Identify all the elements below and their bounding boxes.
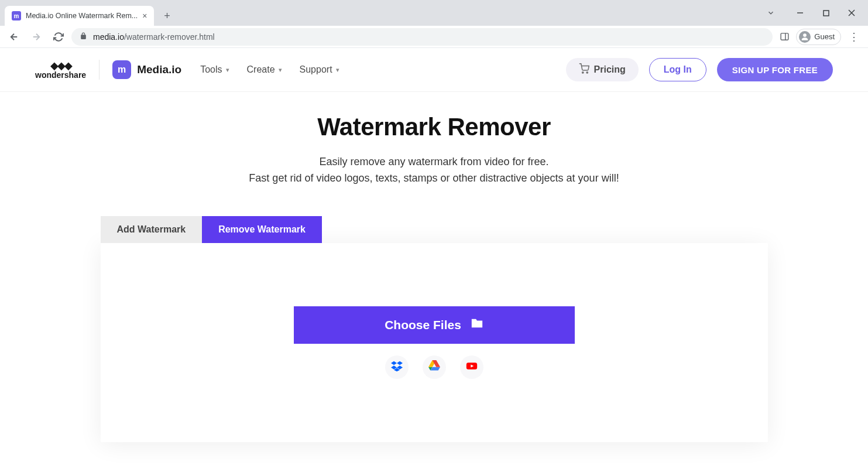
choose-files-label: Choose Files — [385, 318, 461, 332]
chevron-down-icon: ▾ — [279, 66, 282, 74]
tool-area: Add Watermark Remove Watermark Choose Fi… — [101, 216, 768, 442]
tab-add-label: Add Watermark — [117, 224, 186, 235]
close-window-icon[interactable] — [840, 4, 863, 22]
browser-tab[interactable]: m Media.io Online Watermark Rem... × — [5, 6, 154, 26]
nav-create-label: Create — [247, 64, 275, 75]
avatar-icon — [799, 31, 811, 43]
tab-strip: m Media.io Online Watermark Rem... × + — [0, 0, 868, 26]
wondershare-logo[interactable]: ◆◆◆ wondershare — [35, 60, 86, 79]
source-youtube[interactable] — [460, 355, 483, 379]
login-button[interactable]: Log In — [649, 58, 706, 81]
tab-remove-watermark[interactable]: Remove Watermark — [202, 216, 322, 243]
wondershare-mark-icon: ◆◆◆ — [50, 60, 71, 71]
nav-tools[interactable]: Tools ▾ — [200, 64, 229, 75]
nav-create[interactable]: Create ▾ — [247, 64, 282, 75]
folder-icon — [471, 317, 483, 333]
address-bar[interactable]: media.io/watermark-remover.html — [71, 28, 773, 46]
youtube-icon — [466, 360, 478, 374]
mediaio-text: Media.io — [137, 63, 181, 76]
minimize-icon[interactable] — [788, 4, 812, 22]
browser-toolbar: media.io/watermark-remover.html Guest ⋮ — [0, 26, 868, 48]
lock-icon — [80, 32, 87, 42]
page-subtitle: Easily remove any watermark from video f… — [0, 154, 868, 187]
url-domain: media.io — [93, 32, 124, 42]
signup-label: SIGN UP FOR FREE — [732, 65, 818, 75]
dropbox-icon — [391, 360, 403, 374]
tool-tabs: Add Watermark Remove Watermark — [101, 216, 768, 243]
source-options — [385, 355, 483, 379]
pricing-label: Pricing — [594, 64, 626, 75]
site-header-left: ◆◆◆ wondershare m Media.io Tools ▾ Creat… — [35, 60, 339, 80]
tab-add-watermark[interactable]: Add Watermark — [101, 216, 203, 243]
side-panel-icon[interactable] — [776, 29, 792, 45]
nav-support[interactable]: Support ▾ — [300, 64, 339, 75]
svg-point-7 — [586, 72, 588, 73]
wondershare-text: wondershare — [35, 71, 86, 79]
subtitle-line-1: Easily remove any watermark from video f… — [0, 154, 868, 170]
google-drive-icon — [428, 360, 440, 374]
window-controls — [763, 0, 868, 26]
choose-files-button[interactable]: Choose Files — [294, 306, 575, 344]
site-header-right: Pricing Log In SIGN UP FOR FREE — [566, 58, 833, 81]
guest-label: Guest — [814, 32, 835, 41]
profile-guest[interactable]: Guest — [796, 29, 841, 45]
back-button[interactable] — [5, 28, 23, 46]
main-nav: Tools ▾ Create ▾ Support ▾ — [200, 64, 339, 75]
url-path: /watermark-remover.html — [124, 32, 215, 42]
new-tab-button[interactable]: + — [159, 8, 175, 24]
chevron-down-icon: ▾ — [226, 66, 229, 74]
subtitle-line-2: Fast get rid of video logos, texts, stam… — [0, 170, 868, 187]
reload-button[interactable] — [49, 28, 68, 46]
nav-tools-label: Tools — [200, 64, 222, 75]
tab-favicon: m — [12, 11, 21, 20]
divider — [99, 60, 100, 80]
source-google-drive[interactable] — [423, 355, 446, 379]
url-text: media.io/watermark-remover.html — [93, 32, 215, 42]
maximize-icon[interactable] — [814, 4, 838, 22]
search-tabs-icon[interactable] — [763, 5, 779, 21]
site-header: ◆◆◆ wondershare m Media.io Tools ▾ Creat… — [0, 48, 868, 92]
browser-chrome: m Media.io Online Watermark Rem... × + — [0, 0, 868, 48]
chevron-down-icon: ▾ — [336, 66, 339, 74]
mediaio-logo[interactable]: m Media.io — [112, 60, 181, 79]
svg-point-6 — [582, 72, 583, 73]
source-dropbox[interactable] — [385, 355, 409, 379]
cart-icon — [579, 63, 589, 76]
hero: Watermark Remover Easily remove any wate… — [0, 92, 868, 187]
svg-rect-4 — [781, 33, 788, 40]
forward-button[interactable] — [27, 28, 46, 46]
svg-rect-1 — [824, 11, 829, 16]
pricing-button[interactable]: Pricing — [566, 58, 639, 81]
nav-support-label: Support — [300, 64, 332, 75]
mediaio-badge-icon: m — [112, 60, 131, 79]
page-title: Watermark Remover — [0, 113, 868, 141]
tab-title: Media.io Online Watermark Rem... — [26, 12, 138, 20]
login-label: Log In — [664, 64, 692, 75]
close-tab-icon[interactable]: × — [142, 11, 147, 20]
upload-card: Choose Files — [101, 243, 768, 442]
browser-menu-icon[interactable]: ⋮ — [845, 28, 863, 46]
signup-button[interactable]: SIGN UP FOR FREE — [717, 58, 833, 81]
page-viewport[interactable]: ◆◆◆ wondershare m Media.io Tools ▾ Creat… — [0, 48, 868, 465]
tab-remove-label: Remove Watermark — [218, 224, 306, 235]
